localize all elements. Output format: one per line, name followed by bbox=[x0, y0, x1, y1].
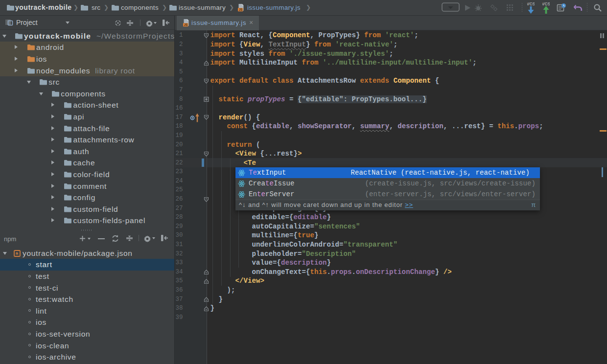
svg-text:JS: JS bbox=[238, 8, 242, 11]
svg-text:VCS: VCS bbox=[542, 1, 550, 6]
svg-text:JS: JS bbox=[184, 23, 187, 26]
svg-text:VCS: VCS bbox=[527, 1, 535, 6]
